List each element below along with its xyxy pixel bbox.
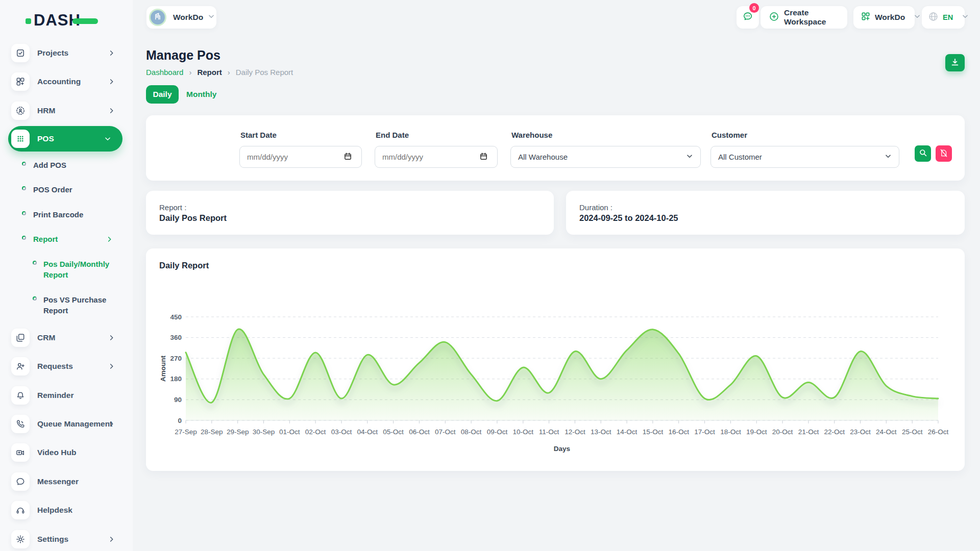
- workspace-selector[interactable]: WorkDo: [146, 6, 216, 29]
- create-workspace-label: Create Workspace: [784, 8, 839, 27]
- reset-button[interactable]: [936, 145, 952, 162]
- breadcrumb: Dashboard › Report › Daily Pos Report: [146, 68, 293, 77]
- video-icon: [11, 443, 30, 462]
- tab-monthly[interactable]: Monthly: [186, 85, 216, 104]
- sidebar-item-helpdesk[interactable]: Helpdesk: [0, 499, 133, 521]
- pos-grid-icon: [11, 130, 30, 148]
- accounting-grid-icon: [11, 72, 30, 91]
- page-title: Manage Pos: [146, 48, 220, 63]
- create-workspace-button[interactable]: Create Workspace: [761, 6, 847, 29]
- x-axis-tick-label: 28-Sep: [201, 428, 223, 436]
- report-label: Report :: [159, 203, 186, 212]
- x-axis-tick-label: 18-Oct: [720, 428, 741, 436]
- sidebar-item-video-hub[interactable]: Video Hub: [0, 441, 133, 464]
- warehouse-label: Warehouse: [511, 131, 552, 139]
- customer-value: All Customer: [718, 153, 762, 161]
- duration-summary-card: Duration : 2024-09-25 to 2024-10-25: [566, 191, 965, 235]
- chevron-down-icon: [208, 13, 215, 22]
- chevron-right-icon: [108, 49, 115, 59]
- sidebar-item-pos[interactable]: POS: [8, 126, 122, 152]
- x-axis-tick-label: 22-Oct: [824, 428, 845, 436]
- app-switcher-button[interactable]: WorkDo: [853, 6, 915, 29]
- y-axis-tick-label: 90: [174, 396, 182, 404]
- bullet-icon: [22, 211, 26, 215]
- x-axis-tick-label: 17-Oct: [694, 428, 715, 436]
- sidebar-item-accounting[interactable]: Accounting: [0, 70, 133, 93]
- sidebar: DASH Projects Accounting HRM POS Add POS…: [0, 0, 133, 551]
- customer-label: Customer: [712, 131, 747, 139]
- tab-daily[interactable]: Daily: [146, 85, 179, 104]
- x-axis-tick-label: 06-Oct: [409, 428, 430, 436]
- x-axis-tick-label: 24-Oct: [876, 428, 897, 436]
- sidebar-item-hrm[interactable]: HRM: [0, 99, 133, 122]
- x-axis-tick-label: 13-Oct: [591, 428, 611, 436]
- x-axis-tick-label: 23-Oct: [850, 428, 871, 436]
- bullet-icon: [22, 236, 26, 240]
- search-icon: [918, 148, 928, 159]
- dash-logo[interactable]: DASH: [34, 11, 81, 30]
- search-button[interactable]: [915, 145, 931, 162]
- chat-bubble-icon: [742, 11, 753, 24]
- chevron-right-icon: ›: [189, 68, 191, 77]
- chevron-down-icon: [962, 13, 969, 22]
- building-icon: [153, 11, 163, 23]
- crm-icon: [11, 329, 30, 347]
- y-axis-tick-label: 180: [170, 375, 182, 383]
- bullet-icon: [22, 162, 26, 166]
- warehouse-value: All Warehouse: [518, 153, 568, 161]
- x-axis-tick-label: 08-Oct: [461, 428, 482, 436]
- breadcrumb-dashboard[interactable]: Dashboard: [146, 68, 183, 77]
- hrm-person-icon: [11, 102, 30, 120]
- bell-icon: [11, 386, 30, 405]
- warehouse-select[interactable]: All Warehouse: [510, 146, 701, 168]
- x-axis-tick-label: 11-Oct: [539, 428, 559, 436]
- chevron-right-icon: [108, 334, 115, 343]
- x-axis-tick-label: 25-Oct: [902, 428, 923, 436]
- x-axis-tick-label: 10-Oct: [513, 428, 534, 436]
- chat-badge: 0: [749, 3, 759, 13]
- report-value: Daily Pos Report: [159, 213, 227, 223]
- x-axis-tick-label: 27-Sep: [175, 428, 197, 436]
- end-date-input[interactable]: [375, 146, 498, 168]
- bullet-icon: [33, 261, 37, 265]
- chevron-right-icon: ›: [228, 68, 230, 77]
- logo-dash-icon: [72, 18, 98, 24]
- x-axis-tick-label: 26-Oct: [928, 428, 949, 436]
- phone-icon: [11, 415, 30, 433]
- x-axis-tick-label: 20-Oct: [772, 428, 793, 436]
- sidebar-item-crm[interactable]: CRM: [0, 327, 133, 349]
- download-icon: [950, 57, 960, 69]
- x-axis-tick-label: 16-Oct: [668, 428, 689, 436]
- y-axis-title: Amount: [159, 356, 167, 382]
- chevron-right-icon: [106, 236, 113, 244]
- x-axis-tick-label: 04-Oct: [357, 428, 378, 436]
- app-switcher-label: WorkDo: [875, 13, 905, 22]
- x-axis-tick-label: 30-Sep: [253, 428, 275, 436]
- language-label: EN: [943, 13, 953, 21]
- sidebar-item-messenger[interactable]: Messenger: [0, 470, 133, 493]
- y-axis-tick-label: 360: [170, 334, 182, 341]
- sidebar-item-projects[interactable]: Projects: [0, 42, 133, 64]
- customer-select[interactable]: All Customer: [710, 146, 899, 168]
- duration-value: 2024-09-25 to 2024-10-25: [579, 213, 678, 223]
- x-axis-tick-label: 03-Oct: [331, 428, 352, 436]
- daily-report-chart: 09018027036045027-Sep28-Sep29-Sep30-Sep0…: [146, 282, 965, 460]
- breadcrumb-report[interactable]: Report: [197, 68, 222, 77]
- chevron-down-icon: [104, 135, 111, 144]
- x-axis-tick-label: 14-Oct: [617, 428, 638, 436]
- chevron-right-icon: [108, 536, 115, 545]
- y-axis-tick-label: 270: [170, 355, 182, 362]
- sidebar-item-settings[interactable]: Settings: [0, 528, 133, 550]
- chevron-down-icon: [885, 153, 892, 161]
- chevron-right-icon: [108, 363, 115, 372]
- start-date-label: Start Date: [240, 131, 277, 139]
- language-selector[interactable]: EN: [922, 6, 965, 29]
- download-button[interactable]: [945, 54, 965, 71]
- sidebar-item-queue-management[interactable]: Queue Management: [0, 413, 133, 435]
- x-axis-tick-label: 19-Oct: [746, 428, 767, 436]
- sidebar-item-reminder[interactable]: Reminder: [0, 384, 133, 407]
- sidebar-item-requests[interactable]: Requests: [0, 355, 133, 378]
- start-date-input[interactable]: [239, 146, 362, 168]
- gear-icon: [11, 530, 30, 548]
- x-axis-title: Days: [554, 445, 570, 453]
